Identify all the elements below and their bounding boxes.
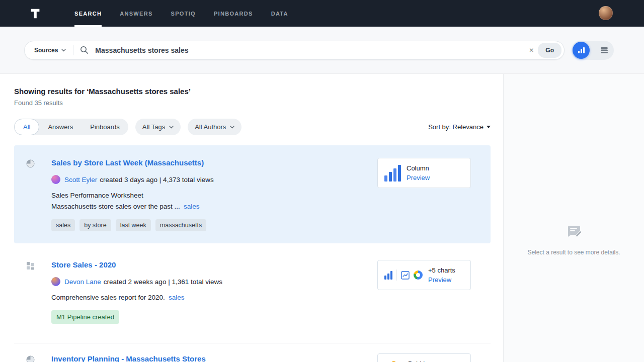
author-row: Devon Lane created 2 weeks ago | 1,361 t…: [51, 277, 370, 286]
sort-dropdown[interactable]: Sort by: Relevance: [428, 123, 491, 131]
pinboard-type-icon: [26, 261, 35, 272]
authors-filter-label: All Authors: [195, 123, 226, 131]
preview-text: Column Preview: [407, 164, 430, 182]
chevron-down-icon: [230, 126, 234, 129]
chart-outline-icon: [401, 271, 410, 280]
pipeline-status-tag: M1 Pipeline created: [51, 310, 119, 324]
bar-chart-icon: [384, 271, 392, 280]
nav-item-pinboards[interactable]: PINBOARDS: [214, 0, 253, 27]
results-panel: Showing results for ‘Massachusetts store…: [0, 74, 503, 362]
donut-chart-icon: [414, 270, 423, 280]
chart-type-label: +5 charts: [428, 266, 455, 274]
description-text: Massachusetts store sales over the past …: [51, 203, 180, 210]
result-description: Massachusetts store sales over the past …: [51, 202, 370, 212]
author-link[interactable]: Devon Lane: [64, 278, 101, 286]
top-nav: SEARCH ANSWERS SPOTIQ PINBOARDS DATA: [0, 0, 644, 27]
nav-item-data[interactable]: DATA: [271, 0, 288, 27]
search-input[interactable]: [94, 46, 525, 55]
thoughtspot-logo[interactable]: [28, 0, 42, 27]
bubble-chart-icon: [384, 360, 403, 362]
keyword-link[interactable]: sales: [184, 203, 200, 210]
preview-text: +5 charts Preview: [428, 266, 455, 284]
column-chart-icon: [384, 164, 401, 182]
bar-chart-icon: [578, 47, 585, 54]
result-meta: created 2 weeks ago | 1,361 total views: [104, 278, 222, 286]
tab-all[interactable]: All: [14, 119, 39, 135]
search-container: Sources ✕ Go: [24, 41, 565, 60]
divider: [396, 269, 397, 281]
search-bar-section: Sources ✕ Go: [0, 27, 644, 74]
filter-row: All Answers Pinboards All Tags All Autho…: [14, 119, 491, 135]
thoughtspot-logo-icon: [28, 7, 42, 21]
result-card-2[interactable]: Store Sales - 2020 Devon Lane created 2 …: [14, 247, 491, 336]
result-title[interactable]: Store Sales - 2020: [51, 260, 116, 269]
tag-row: sales by store last week massachusetts: [51, 219, 370, 231]
result-card-1[interactable]: Sales by Store Last Week (Massachusetts)…: [14, 145, 491, 243]
details-placeholder-message: Select a result to see more details.: [527, 249, 620, 256]
sources-dropdown[interactable]: Sources: [25, 41, 73, 59]
content-area: Showing results for ‘Massachusetts store…: [0, 74, 644, 362]
tag-pill[interactable]: by store: [79, 219, 111, 231]
answer-type-icon: [26, 159, 35, 170]
result-title[interactable]: Sales by Store Last Week (Massachusetts): [51, 158, 204, 167]
nav-item-search[interactable]: SEARCH: [74, 0, 102, 27]
list-view-toggle[interactable]: [596, 42, 613, 59]
chevron-down-icon: [169, 126, 174, 129]
tag-pill[interactable]: last week: [116, 219, 151, 231]
divider: [73, 45, 73, 55]
keyword-link[interactable]: sales: [169, 294, 185, 301]
chart-icons-group: [384, 269, 423, 281]
description-text: Comprehensive sales report for 2020.: [51, 294, 165, 301]
result-meta: created 3 days ago | 4,373 total views: [100, 176, 213, 184]
sort-label: Sort by: Relevance: [428, 123, 484, 131]
stacked-list-icon: [600, 47, 608, 54]
details-placeholder-icon: [566, 225, 582, 242]
preview-text: Bubble Preview: [408, 360, 431, 362]
result-description: Comprehensive sales report for 2020.sale…: [51, 293, 370, 303]
author-avatar: [51, 277, 60, 286]
clear-search-button[interactable]: ✕: [525, 45, 538, 56]
go-button[interactable]: Go: [538, 43, 561, 58]
tab-answers[interactable]: Answers: [39, 119, 82, 135]
result-title[interactable]: Inventory Planning - Massachusetts Store…: [51, 354, 206, 362]
search-icon: [80, 46, 89, 54]
chart-type-label: Bubble: [408, 360, 431, 362]
tag-pill[interactable]: massachusetts: [155, 219, 206, 231]
caret-down-icon: [487, 126, 491, 128]
preview-link[interactable]: Preview: [407, 174, 430, 182]
sources-label: Sources: [34, 47, 58, 54]
tags-filter-dropdown[interactable]: All Tags: [135, 119, 181, 135]
nav-item-answers[interactable]: ANSWERS: [120, 0, 152, 27]
answer-type-icon: [26, 355, 35, 362]
authors-filter-dropdown[interactable]: All Authors: [188, 119, 242, 135]
details-sidebar: Select a result to see more details.: [503, 74, 644, 362]
result-description: Sales Performance Worksheet: [51, 191, 370, 201]
author-link[interactable]: Scott Eyler: [64, 176, 97, 184]
tags-filter-label: All Tags: [142, 123, 165, 131]
preview-card[interactable]: +5 charts Preview: [377, 260, 471, 290]
tab-pinboards[interactable]: Pinboards: [82, 119, 128, 135]
results-title: Showing results for ‘Massachusetts store…: [14, 87, 491, 96]
view-toggle-group: [572, 41, 614, 60]
chevron-down-icon: [61, 49, 66, 52]
preview-card[interactable]: Bubble Preview: [377, 353, 471, 362]
chart-type-label: Column: [407, 164, 430, 172]
author-row: Scott Eyler created 3 days ago | 4,373 t…: [51, 175, 370, 184]
result-card-3[interactable]: Inventory Planning - Massachusetts Store…: [14, 343, 491, 362]
preview-card[interactable]: Column Preview: [377, 158, 471, 188]
results-count: Found 35 results: [14, 99, 491, 107]
main-nav: SEARCH ANSWERS SPOTIQ PINBOARDS DATA: [74, 0, 306, 27]
nav-item-spotiq[interactable]: SPOTIQ: [171, 0, 196, 27]
tag-pill[interactable]: sales: [51, 219, 75, 231]
preview-link[interactable]: Preview: [428, 276, 455, 284]
chart-view-toggle[interactable]: [573, 42, 590, 59]
author-avatar: [51, 175, 60, 184]
result-type-tabs: All Answers Pinboards: [14, 119, 128, 135]
user-avatar[interactable]: [599, 6, 613, 20]
